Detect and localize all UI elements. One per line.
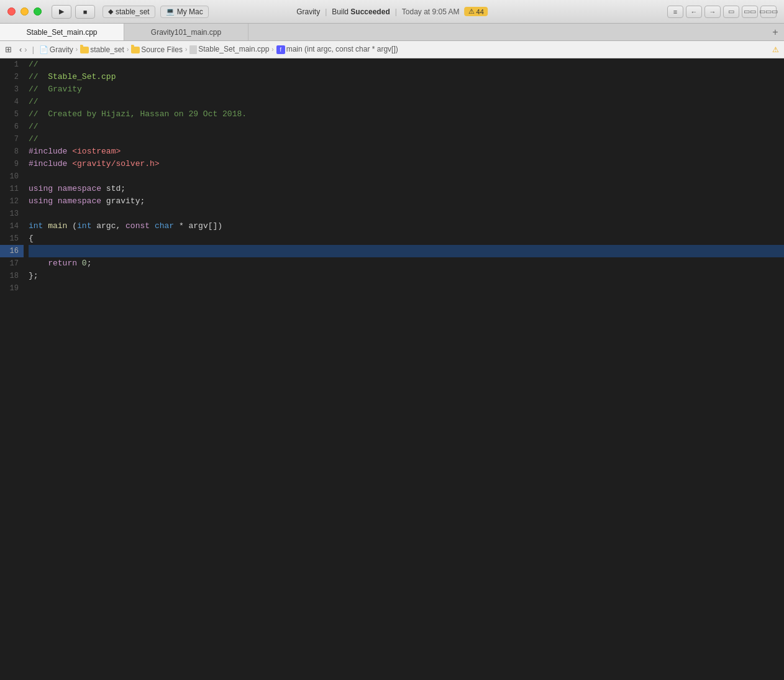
close-button[interactable] bbox=[7, 7, 16, 16]
scheme-selector[interactable]: ◆ stable_set bbox=[103, 6, 155, 18]
line-num-11: 11 bbox=[0, 183, 24, 195]
code-line-4: // bbox=[29, 96, 784, 108]
breadcrumb-back-icon[interactable]: ‹ bbox=[19, 45, 22, 54]
traffic-lights bbox=[0, 7, 42, 16]
scheme-icon: ◆ bbox=[108, 7, 113, 16]
folder-icon-1 bbox=[80, 47, 89, 53]
titlebar-right: ≡ ← → ▭ ▭▭ ▭▭▭ bbox=[667, 6, 777, 18]
line-num-14: 14 bbox=[0, 220, 24, 232]
titlebar: ▶ ■ ◆ stable_set 💻 My Mac Gravity | Buil… bbox=[0, 0, 784, 24]
line-num-10: 10 bbox=[0, 170, 24, 183]
back-button[interactable]: ← bbox=[686, 6, 702, 18]
minimize-button[interactable] bbox=[21, 7, 29, 16]
sidebar-toggle-left[interactable]: ≡ bbox=[667, 6, 683, 18]
function-icon: f bbox=[276, 45, 285, 54]
breadcrumb: ⊞ ‹ › | 📄Gravity › stable_set › Source F… bbox=[0, 41, 784, 58]
warning-badge[interactable]: ⚠ 44 bbox=[465, 7, 488, 16]
code-line-10 bbox=[29, 170, 784, 183]
build-gravity-label: Gravity bbox=[296, 7, 320, 16]
line-num-2: 2 bbox=[0, 71, 24, 83]
code-line-5: // Created by Hijazi, Hassan on 29 Oct 2… bbox=[29, 108, 784, 121]
line-num-16: 16 bbox=[0, 245, 24, 257]
device-selector[interactable]: 💻 My Mac bbox=[160, 6, 209, 18]
maximize-button[interactable] bbox=[34, 7, 42, 16]
code-line-12: using namespace gravity; bbox=[29, 195, 784, 208]
code-line-18: }; bbox=[29, 270, 784, 282]
stop-button[interactable]: ■ bbox=[75, 5, 95, 19]
tabbar: Stable_Set_main.cpp Gravity101_main.cpp … bbox=[0, 24, 784, 41]
line-num-19: 19 bbox=[0, 282, 24, 295]
warning-count: 44 bbox=[476, 8, 484, 16]
breadcrumb-chevron-3: › bbox=[185, 46, 187, 53]
code-content[interactable]: // // Stable_Set.cpp // Gravity // // Cr… bbox=[24, 58, 784, 680]
code-line-16 bbox=[29, 245, 784, 257]
timestamp-separator: | bbox=[395, 7, 397, 16]
breadcrumb-cpp-file[interactable]: Stable_Set_main.cpp bbox=[189, 45, 269, 54]
line-num-4: 4 bbox=[0, 96, 24, 108]
layout-single[interactable]: ▭ bbox=[723, 6, 739, 18]
breadcrumb-div1: | bbox=[32, 45, 34, 54]
tab-stable-set-main[interactable]: Stable_Set_main.cpp bbox=[0, 24, 124, 40]
line-num-15: 15 bbox=[0, 232, 24, 245]
toolbar-controls: ▶ ■ bbox=[42, 5, 95, 19]
line-num-5: 5 bbox=[0, 108, 24, 121]
line-num-1: 1 bbox=[0, 58, 24, 71]
code-line-7: // bbox=[29, 133, 784, 145]
breadcrumb-stable-set[interactable]: stable_set bbox=[80, 45, 124, 54]
file-icon bbox=[189, 45, 197, 54]
line-num-7: 7 bbox=[0, 133, 24, 145]
forward-button[interactable]: → bbox=[704, 6, 721, 18]
breadcrumb-forward-icon[interactable]: › bbox=[24, 45, 27, 54]
line-num-12: 12 bbox=[0, 195, 24, 208]
code-line-14: int main (int argc, const char * argv[]) bbox=[29, 220, 784, 232]
breadcrumb-chevron-1: › bbox=[76, 46, 78, 53]
code-line-2: // Stable_Set.cpp bbox=[29, 71, 784, 83]
line-num-18: 18 bbox=[0, 270, 24, 282]
code-line-17: return 0; bbox=[29, 257, 784, 270]
code-editor[interactable]: 1 2 3 4 5 6 7 8 9 10 11 12 13 14 15 16 1… bbox=[0, 58, 784, 680]
build-separator: | bbox=[325, 7, 327, 16]
code-line-11: using namespace std; bbox=[29, 183, 784, 195]
code-line-1: // bbox=[29, 58, 784, 71]
code-line-3: // Gravity bbox=[29, 83, 784, 96]
run-button[interactable]: ▶ bbox=[52, 5, 71, 19]
code-line-6: // bbox=[29, 121, 784, 133]
folder-icon-2 bbox=[131, 47, 140, 53]
breadcrumb-grid-icon[interactable]: ⊞ bbox=[5, 45, 12, 54]
line-num-17: 17 bbox=[0, 257, 24, 270]
tab-label: Gravity101_main.cpp bbox=[151, 28, 221, 37]
code-line-8: #include <iostream> bbox=[29, 145, 784, 158]
device-icon: 💻 bbox=[166, 7, 175, 16]
breadcrumb-project[interactable]: 📄Gravity bbox=[39, 45, 73, 54]
layout-triple[interactable]: ▭▭▭ bbox=[760, 6, 777, 18]
line-num-6: 6 bbox=[0, 121, 24, 133]
breadcrumb-source-files[interactable]: Source Files bbox=[131, 45, 183, 54]
tab-label: Stable_Set_main.cpp bbox=[26, 28, 97, 37]
line-numbers: 1 2 3 4 5 6 7 8 9 10 11 12 13 14 15 16 1… bbox=[0, 58, 24, 680]
build-status: Build Succeeded bbox=[332, 7, 390, 16]
line-num-13: 13 bbox=[0, 208, 24, 220]
scheme-name: stable_set bbox=[116, 7, 150, 16]
breadcrumb-warn-icon: ⚠ bbox=[772, 45, 779, 54]
breadcrumb-chevron-4: › bbox=[271, 46, 273, 53]
code-line-13 bbox=[29, 208, 784, 220]
titlebar-center: Gravity | Build Succeeded | Today at 9:0… bbox=[296, 7, 488, 16]
line-num-3: 3 bbox=[0, 83, 24, 96]
layout-split[interactable]: ▭▭ bbox=[742, 6, 758, 18]
code-line-9: #include <gravity/solver.h> bbox=[29, 158, 784, 170]
project-icon: 📄 bbox=[39, 45, 48, 54]
warning-triangle-icon: ⚠ bbox=[468, 7, 475, 16]
build-timestamp: Today at 9:05 AM bbox=[402, 7, 460, 16]
device-name: My Mac bbox=[177, 7, 203, 16]
code-line-19 bbox=[29, 282, 784, 295]
tab-add-button[interactable]: + bbox=[767, 24, 784, 40]
line-num-9: 9 bbox=[0, 158, 24, 170]
line-num-8: 8 bbox=[0, 145, 24, 158]
breadcrumb-function[interactable]: fmain (int argc, const char * argv[]) bbox=[276, 45, 398, 54]
tab-gravity101-main[interactable]: Gravity101_main.cpp bbox=[124, 24, 248, 40]
breadcrumb-warning: ⚠ bbox=[772, 45, 779, 54]
breadcrumb-chevron-2: › bbox=[127, 46, 129, 53]
code-line-15: { bbox=[29, 232, 784, 245]
